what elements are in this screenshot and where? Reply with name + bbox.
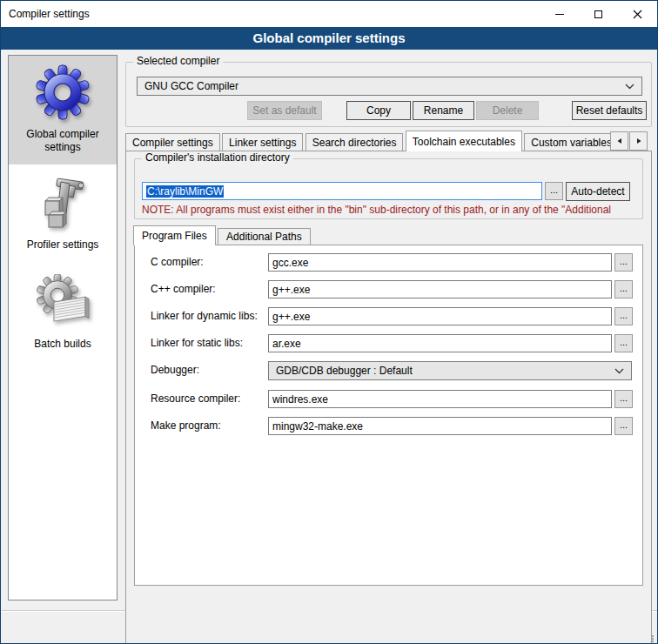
- c-compiler-row: C compiler: gcc.exe ...: [135, 253, 642, 272]
- reset-defaults-button[interactable]: Reset defaults: [572, 101, 647, 120]
- static-linker-input[interactable]: ar.exe: [268, 334, 612, 352]
- page-title: Global compiler settings: [1, 27, 657, 50]
- window-title: Compiler settings: [1, 8, 90, 20]
- arrow-left-icon: [616, 138, 623, 144]
- cpp-compiler-label: C++ compiler:: [151, 283, 216, 295]
- static-linker-value: ar.exe: [272, 338, 301, 350]
- static-linker-row: Linker for static libs: ar.exe ...: [135, 334, 642, 353]
- cpp-compiler-value: g++.exe: [272, 284, 310, 296]
- rename-button[interactable]: Rename: [413, 101, 474, 120]
- bin-subdirectory-note: NOTE: All programs must exist either in …: [142, 204, 638, 216]
- arrow-right-icon: [635, 138, 642, 144]
- sidebar-item-batch-builds[interactable]: Batch builds: [9, 265, 117, 361]
- tab-scroll-right-button[interactable]: [629, 131, 648, 151]
- settings-tabstrip: Compiler settings Linker settings Search…: [125, 131, 611, 151]
- installation-directory-group: Compiler's installation directory C:\ray…: [134, 158, 643, 219]
- tab-custom-variables[interactable]: Custom variables: [524, 133, 611, 151]
- debugger-select-value: GDB/CDB debugger : Default: [276, 365, 614, 377]
- chevron-down-icon: [614, 368, 624, 374]
- tab-compiler-settings[interactable]: Compiler settings: [125, 133, 220, 151]
- minimize-button[interactable]: [540, 1, 579, 27]
- selected-compiler-group-label: Selected compiler: [133, 55, 223, 67]
- copy-button[interactable]: Copy: [346, 101, 411, 120]
- selected-compiler-group: Selected compiler GNU GCC Compiler Set a…: [125, 62, 652, 127]
- resource-compiler-row: Resource compiler: windres.exe ...: [135, 390, 642, 409]
- static-linker-label: Linker for static libs:: [151, 337, 243, 349]
- compiler-select-value: GNU GCC Compiler: [144, 80, 625, 92]
- debugger-select[interactable]: GDB/CDB debugger : Default: [268, 361, 632, 380]
- program-files-tabstrip: Program Files Additional Paths: [133, 225, 310, 245]
- c-compiler-label: C compiler:: [151, 256, 204, 268]
- subtab-additional-paths[interactable]: Additional Paths: [218, 228, 311, 245]
- cpp-compiler-browse-button[interactable]: ...: [614, 280, 633, 299]
- sidebar-item-label: Profiler settings: [12, 238, 113, 252]
- caliper-icon: [35, 175, 91, 231]
- cpp-compiler-row: C++ compiler: g++.exe ...: [135, 280, 642, 299]
- make-program-value: mingw32-make.exe: [272, 420, 363, 433]
- c-compiler-input[interactable]: gcc.exe: [268, 253, 612, 272]
- resource-compiler-value: windres.exe: [272, 393, 328, 406]
- make-program-browse-button[interactable]: ...: [614, 417, 633, 435]
- maximize-button[interactable]: [579, 1, 618, 27]
- c-compiler-value: gcc.exe: [272, 257, 308, 269]
- resource-compiler-browse-button[interactable]: ...: [614, 390, 633, 408]
- debugger-row: Debugger: GDB/CDB debugger : Default: [135, 361, 642, 380]
- make-program-input[interactable]: mingw32-make.exe: [268, 417, 612, 435]
- minimize-icon: [555, 14, 564, 15]
- close-button[interactable]: [618, 1, 657, 27]
- tab-search-directories[interactable]: Search directories: [306, 133, 404, 151]
- compiler-select[interactable]: GNU GCC Compiler: [137, 77, 642, 96]
- installation-directory-group-label: Compiler's installation directory: [142, 151, 293, 164]
- toolchain-executables-panel: Compiler's installation directory C:\ray…: [125, 151, 652, 644]
- make-program-label: Make program:: [151, 419, 221, 432]
- browse-directory-button[interactable]: ...: [545, 182, 563, 200]
- tab-scroll-controls: [610, 131, 648, 151]
- static-linker-browse-button[interactable]: ...: [614, 334, 633, 352]
- dynamic-linker-value: g++.exe: [272, 311, 310, 323]
- dynamic-linker-browse-button[interactable]: ...: [614, 307, 633, 325]
- compiler-settings-dialog: Compiler settings Global compiler settin…: [0, 0, 658, 644]
- installation-directory-value: C:\raylib\MinGW: [146, 185, 224, 198]
- delete-button[interactable]: Delete: [476, 101, 539, 120]
- resource-compiler-label: Resource compiler:: [151, 392, 240, 405]
- window-controls: [540, 1, 657, 27]
- dynamic-linker-row: Linker for dynamic libs: g++.exe ...: [135, 307, 642, 326]
- chevron-down-icon: [625, 84, 634, 90]
- installation-directory-input[interactable]: C:\raylib\MinGW: [142, 182, 542, 200]
- dialog-body: Global compiler settings: [1, 50, 657, 644]
- dynamic-linker-input[interactable]: g++.exe: [268, 307, 612, 325]
- tab-linker-settings[interactable]: Linker settings: [222, 133, 303, 151]
- tab-scroll-left-button[interactable]: [610, 131, 628, 151]
- dynamic-linker-label: Linker for dynamic libs:: [151, 310, 258, 322]
- tab-toolchain-executables[interactable]: Toolchain executables: [406, 131, 522, 151]
- gear-stack-icon: [35, 274, 91, 330]
- make-program-row: Make program: mingw32-make.exe ...: [135, 417, 642, 436]
- sidebar-item-label: Batch builds: [12, 338, 113, 351]
- program-files-panel: C compiler: gcc.exe ... C++ compiler: g+…: [134, 245, 643, 586]
- close-icon: [633, 10, 642, 19]
- auto-detect-button[interactable]: Auto-detect: [566, 182, 630, 201]
- gear-blue-icon: [35, 64, 91, 120]
- sidebar-item-label: Global compiler settings: [12, 128, 113, 154]
- sidebar-item-global-compiler-settings[interactable]: Global compiler settings: [9, 56, 117, 164]
- c-compiler-browse-button[interactable]: ...: [614, 253, 633, 272]
- sidebar-item-profiler-settings[interactable]: Profiler settings: [9, 166, 117, 262]
- set-as-default-button[interactable]: Set as default: [247, 101, 322, 120]
- resource-compiler-input[interactable]: windres.exe: [268, 390, 612, 408]
- settings-category-list: Global compiler settings: [8, 55, 118, 600]
- maximize-icon: [594, 10, 602, 18]
- cpp-compiler-input[interactable]: g++.exe: [268, 280, 612, 299]
- titlebar: Compiler settings: [1, 1, 657, 27]
- debugger-label: Debugger:: [151, 364, 199, 376]
- subtab-program-files[interactable]: Program Files: [133, 225, 216, 245]
